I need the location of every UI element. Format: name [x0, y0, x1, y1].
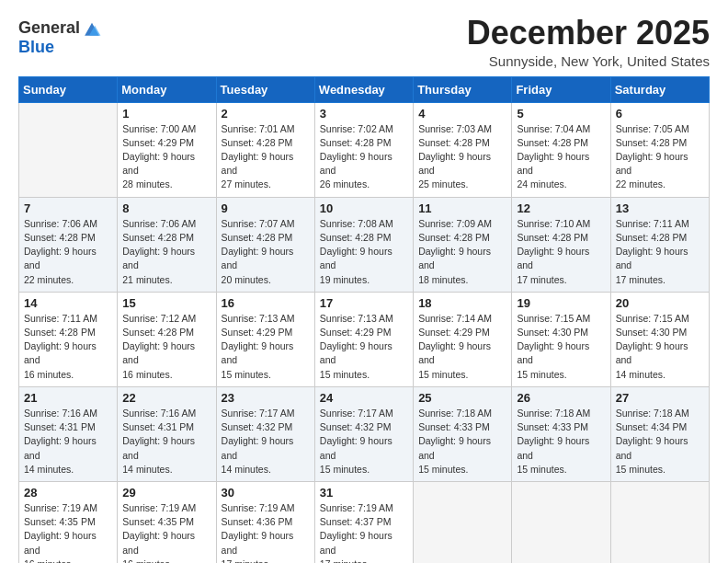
- day-number: 3: [320, 107, 408, 121]
- daylight-text-cont: 20 minutes.: [222, 273, 310, 287]
- calendar-title: December 2025: [467, 15, 710, 52]
- day-info: Sunrise: 7:03 AMSunset: 4:28 PMDaylight:…: [418, 122, 506, 192]
- day-number: 20: [616, 296, 704, 310]
- daylight-text: Daylight: 9 hours and: [122, 150, 210, 178]
- calendar-cell: 11Sunrise: 7:09 AMSunset: 4:28 PMDayligh…: [414, 197, 512, 292]
- daylight-text-cont: 22 minutes.: [616, 178, 704, 191]
- day-info: Sunrise: 7:13 AMSunset: 4:29 PMDaylight:…: [320, 312, 408, 382]
- sunset-text: Sunset: 4:28 PM: [418, 231, 506, 245]
- calendar-cell: 13Sunrise: 7:11 AMSunset: 4:28 PMDayligh…: [610, 197, 709, 292]
- day-number: 30: [222, 486, 310, 500]
- day-number: 25: [418, 391, 506, 405]
- daylight-text: Daylight: 9 hours and: [616, 150, 704, 178]
- calendar-table: SundayMondayTuesdayWednesdayThursdayFrid…: [18, 76, 710, 563]
- day-number: 12: [517, 201, 605, 215]
- daylight-text: Daylight: 9 hours and: [616, 339, 704, 367]
- sunset-text: Sunset: 4:28 PM: [222, 231, 310, 245]
- day-info: Sunrise: 7:08 AMSunset: 4:28 PMDaylight:…: [320, 217, 408, 287]
- sunset-text: Sunset: 4:28 PM: [122, 326, 210, 339]
- calendar-cell: 14Sunrise: 7:11 AMSunset: 4:28 PMDayligh…: [19, 292, 118, 386]
- sunset-text: Sunset: 4:32 PM: [222, 420, 310, 434]
- day-info: Sunrise: 7:06 AMSunset: 4:28 PMDaylight:…: [122, 217, 210, 287]
- calendar-cell: 6Sunrise: 7:05 AMSunset: 4:28 PMDaylight…: [610, 102, 709, 197]
- day-info: Sunrise: 7:19 AMSunset: 4:35 PMDaylight:…: [24, 501, 112, 563]
- calendar-cell: 23Sunrise: 7:17 AMSunset: 4:32 PMDayligh…: [216, 386, 314, 481]
- sunrise-text: Sunrise: 7:00 AM: [122, 122, 210, 136]
- sunrise-text: Sunrise: 7:14 AM: [418, 312, 506, 326]
- calendar-cell: 10Sunrise: 7:08 AMSunset: 4:28 PMDayligh…: [314, 197, 413, 292]
- day-info: Sunrise: 7:19 AMSunset: 4:35 PMDaylight:…: [122, 501, 210, 563]
- daylight-text-cont: 16 minutes.: [24, 368, 112, 382]
- sunrise-text: Sunrise: 7:15 AM: [616, 312, 704, 326]
- week-row: 14Sunrise: 7:11 AMSunset: 4:28 PMDayligh…: [19, 292, 710, 386]
- day-number: 9: [222, 201, 310, 215]
- daylight-text-cont: 15 minutes.: [222, 368, 310, 382]
- sunrise-text: Sunrise: 7:17 AM: [320, 407, 408, 420]
- sunset-text: Sunset: 4:30 PM: [616, 326, 704, 339]
- daylight-text-cont: 27 minutes.: [222, 178, 310, 191]
- calendar-cell: 17Sunrise: 7:13 AMSunset: 4:29 PMDayligh…: [314, 292, 413, 386]
- day-number: 24: [320, 391, 408, 405]
- logo-general-text: General: [18, 19, 80, 38]
- day-info: Sunrise: 7:00 AMSunset: 4:29 PMDaylight:…: [122, 122, 210, 192]
- calendar-cell: 25Sunrise: 7:18 AMSunset: 4:33 PMDayligh…: [414, 386, 512, 481]
- calendar-cell: 5Sunrise: 7:04 AMSunset: 4:28 PMDaylight…: [512, 102, 610, 197]
- day-number: 14: [24, 296, 112, 310]
- day-number: 17: [320, 296, 408, 310]
- sunset-text: Sunset: 4:28 PM: [24, 326, 112, 339]
- day-of-week-header: Saturday: [610, 76, 709, 102]
- calendar-cell: 4Sunrise: 7:03 AMSunset: 4:28 PMDaylight…: [414, 102, 512, 197]
- sunset-text: Sunset: 4:28 PM: [222, 136, 310, 150]
- header-row: SundayMondayTuesdayWednesdayThursdayFrid…: [19, 76, 710, 102]
- daylight-text: Daylight: 9 hours and: [24, 529, 112, 557]
- daylight-text-cont: 14 minutes.: [222, 463, 310, 477]
- sunrise-text: Sunrise: 7:18 AM: [616, 407, 704, 420]
- sunset-text: Sunset: 4:28 PM: [320, 136, 408, 150]
- logo: General Blue: [18, 18, 102, 57]
- day-of-week-header: Wednesday: [314, 76, 413, 102]
- day-info: Sunrise: 7:13 AMSunset: 4:29 PMDaylight:…: [222, 312, 310, 382]
- day-info: Sunrise: 7:04 AMSunset: 4:28 PMDaylight:…: [517, 122, 605, 192]
- calendar-cell: 21Sunrise: 7:16 AMSunset: 4:31 PMDayligh…: [19, 386, 118, 481]
- sunset-text: Sunset: 4:37 PM: [320, 515, 408, 529]
- daylight-text: Daylight: 9 hours and: [222, 245, 310, 272]
- calendar-cell: 7Sunrise: 7:06 AMSunset: 4:28 PMDaylight…: [19, 197, 118, 292]
- daylight-text-cont: 17 minutes.: [320, 557, 408, 563]
- day-number: 1: [122, 107, 210, 121]
- day-info: Sunrise: 7:15 AMSunset: 4:30 PMDaylight:…: [517, 312, 605, 382]
- sunset-text: Sunset: 4:32 PM: [320, 420, 408, 434]
- daylight-text-cont: 26 minutes.: [320, 178, 408, 191]
- week-row: 28Sunrise: 7:19 AMSunset: 4:35 PMDayligh…: [19, 481, 710, 563]
- day-info: Sunrise: 7:16 AMSunset: 4:31 PMDaylight:…: [24, 407, 112, 477]
- page: General Blue December 2025 Sunnyside, Ne…: [0, 0, 728, 563]
- day-number: 8: [122, 201, 210, 215]
- day-number: 13: [616, 201, 704, 215]
- day-of-week-header: Thursday: [414, 76, 512, 102]
- sunrise-text: Sunrise: 7:07 AM: [222, 217, 310, 231]
- logo-blue-text: Blue: [18, 39, 102, 57]
- daylight-text: Daylight: 9 hours and: [122, 339, 210, 367]
- day-info: Sunrise: 7:17 AMSunset: 4:32 PMDaylight:…: [320, 407, 408, 477]
- daylight-text-cont: 15 minutes.: [616, 463, 704, 477]
- daylight-text-cont: 14 minutes.: [122, 463, 210, 477]
- calendar-cell: 19Sunrise: 7:15 AMSunset: 4:30 PMDayligh…: [512, 292, 610, 386]
- week-row: 21Sunrise: 7:16 AMSunset: 4:31 PMDayligh…: [19, 386, 710, 481]
- sunset-text: Sunset: 4:29 PM: [418, 326, 506, 339]
- sunrise-text: Sunrise: 7:05 AM: [616, 122, 704, 136]
- sunrise-text: Sunrise: 7:09 AM: [418, 217, 506, 231]
- daylight-text: Daylight: 9 hours and: [517, 150, 605, 178]
- day-info: Sunrise: 7:17 AMSunset: 4:32 PMDaylight:…: [222, 407, 310, 477]
- sunrise-text: Sunrise: 7:19 AM: [222, 501, 310, 515]
- daylight-text-cont: 28 minutes.: [122, 178, 210, 191]
- calendar-cell: 12Sunrise: 7:10 AMSunset: 4:28 PMDayligh…: [512, 197, 610, 292]
- sunset-text: Sunset: 4:30 PM: [517, 326, 605, 339]
- day-info: Sunrise: 7:07 AMSunset: 4:28 PMDaylight:…: [222, 217, 310, 287]
- calendar-cell: 29Sunrise: 7:19 AMSunset: 4:35 PMDayligh…: [118, 481, 216, 563]
- sunrise-text: Sunrise: 7:13 AM: [320, 312, 408, 326]
- day-number: 22: [122, 391, 210, 405]
- daylight-text: Daylight: 9 hours and: [517, 245, 605, 272]
- sunset-text: Sunset: 4:28 PM: [517, 231, 605, 245]
- calendar-cell: 9Sunrise: 7:07 AMSunset: 4:28 PMDaylight…: [216, 197, 314, 292]
- calendar-cell: [512, 481, 610, 563]
- sunset-text: Sunset: 4:34 PM: [616, 420, 704, 434]
